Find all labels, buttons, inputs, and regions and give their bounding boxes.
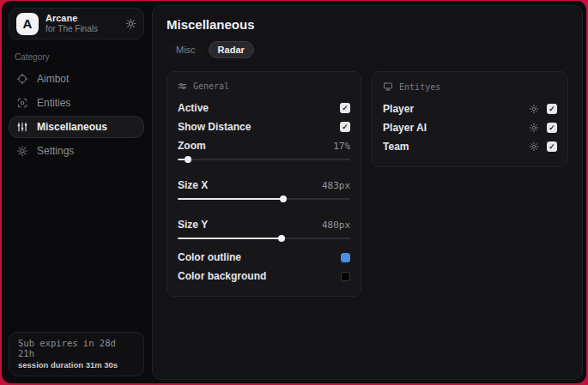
main-panel: Miscellaneous Misc Radar General Active [152,5,583,380]
general-card-title: General [193,81,229,91]
slider-fill [178,238,282,239]
gear-icon[interactable] [125,18,136,29]
setting-label: Zoom [178,140,206,152]
setting-label: Color background [178,270,266,282]
spacer [178,169,350,176]
app-subtitle: for The Finals [45,24,118,34]
app-title: Arcane [45,13,118,24]
sidebar-item-miscellaneous[interactable]: Miscellaneous [9,116,144,138]
entity-controls [529,104,557,114]
slider-thumb[interactable] [185,156,191,163]
entities-card: Entityes Player Player AI [372,71,568,167]
active-checkbox[interactable] [340,103,350,113]
setting-row-color-outline: Color outline [178,248,350,267]
slider-track [178,159,350,160]
color-outline-swatch[interactable] [341,253,350,262]
general-card-header: General [178,81,350,91]
sidebar-item-aimbot[interactable]: Aimbot [9,68,144,90]
tab-misc[interactable]: Misc [167,41,205,58]
setting-row-size-y: Size Y 480px [178,215,350,234]
size-y-value: 480px [322,220,350,231]
size-x-slider[interactable] [178,196,350,202]
setting-label: Active [178,102,209,114]
slider-thumb[interactable] [278,235,285,242]
setting-label: Size Y [178,219,208,231]
setting-label: Color outline [178,251,241,263]
size-x-value: 483px [322,180,350,191]
gear-icon[interactable] [529,123,539,133]
session-duration-text: session duration 31m 30s [18,360,135,370]
sidebar-spacer [9,164,144,332]
player-checkbox[interactable] [547,104,557,114]
sliders-icon [178,81,187,91]
entities-card-header: Entityes [383,81,557,92]
sliders-icon [16,121,28,133]
entity-controls [529,123,557,133]
cards-row: General Active Show Distance Zoom 17% [167,71,568,297]
sidebar-item-label: Aimbot [37,73,69,85]
show-distance-checkbox[interactable] [340,122,350,132]
sidebar-item-settings[interactable]: Settings [9,140,144,162]
team-checkbox[interactable] [547,141,557,152]
entity-label: Team [383,141,409,153]
entity-row-player-ai: Player AI [383,118,557,137]
slider-thumb[interactable] [280,196,287,202]
tab-radar[interactable]: Radar [209,41,254,58]
entity-label: Player AI [383,122,427,134]
gear-icon [16,145,28,157]
crosshair-icon [16,73,28,85]
setting-label: Show Distance [178,121,251,133]
app-logo: A [16,13,39,35]
spacer [178,208,350,215]
subscription-box: Sub expires in 28d 21h session duration … [9,332,144,376]
setting-label: Size X [178,179,208,191]
setting-row-zoom: Zoom 17% [178,136,350,155]
color-background-swatch[interactable] [341,272,350,281]
sub-expires-text: Sub expires in 28d 21h [18,338,135,358]
setting-row-color-background: Color background [178,267,350,286]
page-title: Miscellaneous [167,17,568,32]
slider-fill [178,198,283,200]
sidebar-item-label: Miscellaneous [37,121,107,133]
entity-row-team: Team [383,137,557,156]
scan-icon [16,97,28,109]
size-y-slider[interactable] [178,235,350,242]
monitor-icon [383,81,393,92]
tab-bar: Misc Radar [167,41,568,58]
zoom-value: 17% [333,141,350,152]
gear-icon[interactable] [529,104,539,114]
brand-card: A Arcane for The Finals [9,8,144,39]
sidebar: A Arcane for The Finals Category Aimbot … [2,1,151,383]
setting-row-size-x: Size X 483px [178,176,350,195]
entities-card-title: Entityes [399,82,440,92]
sidebar-item-entities[interactable]: Entities [9,92,144,114]
player-ai-checkbox[interactable] [547,123,557,133]
entity-label: Player [383,103,414,115]
setting-row-show-distance: Show Distance [178,117,350,136]
sidebar-item-label: Settings [37,145,74,157]
zoom-slider[interactable] [178,156,350,163]
brand-text: Arcane for The Finals [45,13,118,33]
setting-row-active: Active [178,99,350,117]
gear-icon[interactable] [529,141,539,152]
category-label: Category [15,52,144,62]
app-window: A Arcane for The Finals Category Aimbot … [2,1,586,383]
entity-row-player: Player [383,99,557,118]
sidebar-item-label: Entities [37,97,70,109]
general-card: General Active Show Distance Zoom 17% [167,71,361,297]
entity-controls [529,141,557,152]
